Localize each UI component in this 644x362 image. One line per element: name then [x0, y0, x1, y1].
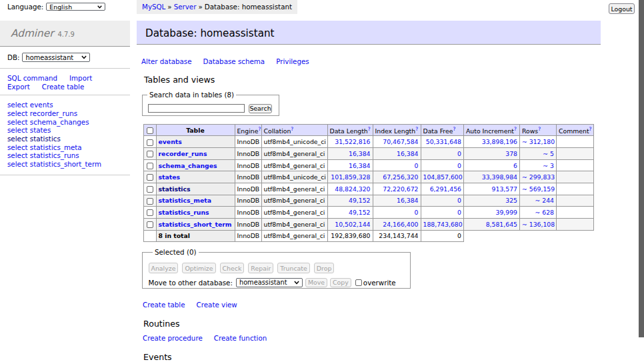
cell-data-length-link[interactable]: 49,152 — [349, 197, 371, 204]
cell-rows-link[interactable]: ~ 5 — [543, 150, 554, 157]
cell-auto-increment-link[interactable]: 39,999 — [495, 209, 517, 216]
create-table-link[interactable]: Create table — [143, 301, 185, 309]
cell-rows-link[interactable]: ~ 628 — [535, 209, 555, 216]
cell-auto-increment-link[interactable]: 378 — [505, 150, 517, 157]
table-link-schema-changes[interactable]: schema_changes — [159, 162, 217, 169]
cell-rows-link[interactable]: ~ 299,833 — [522, 173, 555, 181]
cell-data-length-link[interactable]: 48,824,320 — [335, 185, 370, 193]
copy-button[interactable]: Copy — [330, 278, 351, 287]
sidebar-import-link[interactable]: Import — [69, 74, 92, 82]
cell-data-length-link[interactable]: 16,384 — [349, 162, 371, 169]
alter-database-link[interactable]: Alter database — [141, 57, 192, 65]
cell-index-length-link[interactable]: 67,256,320 — [383, 173, 418, 181]
select-all-checkbox[interactable] — [147, 127, 153, 134]
move-button[interactable]: Move — [305, 278, 327, 287]
sidebar-sql-command-link[interactable]: SQL command — [7, 74, 57, 82]
cell-data-length-link[interactable]: 31,522,816 — [335, 138, 370, 145]
cell-data-free-link[interactable]: 6,291,456 — [430, 185, 461, 193]
help-icon[interactable]: ? — [368, 126, 371, 132]
cell-index-length-link[interactable]: 16,384 — [397, 150, 419, 157]
table-link-states[interactable]: states — [159, 173, 181, 181]
table-link-statistics[interactable]: statistics — [159, 185, 191, 193]
help-icon[interactable]: ? — [453, 126, 455, 132]
row-checkbox[interactable] — [147, 139, 153, 146]
database-schema-link[interactable]: Database schema — [203, 57, 265, 65]
row-checkbox[interactable] — [147, 151, 153, 157]
sidebar-item-select-statistics-short-term[interactable]: select statistics_short_term — [7, 160, 123, 169]
search-input[interactable] — [148, 104, 245, 113]
overwrite-checkbox[interactable] — [355, 279, 362, 286]
privileges-link[interactable]: Privileges — [276, 57, 309, 65]
cell-rows-link[interactable]: ~ 244 — [535, 197, 555, 204]
logout-button[interactable]: Logout — [609, 3, 635, 14]
cell-data-free-link[interactable]: 104,857,600 — [423, 173, 463, 181]
cell-index-length-link[interactable]: 24,166,400 — [383, 221, 418, 228]
table-link-events[interactable]: events — [159, 138, 182, 145]
move-database-select[interactable]: homeassistant — [236, 278, 303, 287]
cell-rows-link[interactable]: ~ 312,180 — [522, 138, 555, 145]
create-function-link[interactable]: Create function — [214, 334, 267, 342]
db-select[interactable]: homeassistant — [22, 53, 90, 62]
sidebar-create-table-link[interactable]: Create table — [42, 83, 85, 91]
cell-data-free-link[interactable]: 0 — [457, 197, 461, 204]
cell-data-free-link[interactable]: 188,743,680 — [423, 221, 463, 228]
cell-data-length-link[interactable]: 16,384 — [349, 150, 371, 157]
cell-index-length-link[interactable]: 72,220,672 — [383, 185, 418, 193]
table-link-statistics-meta[interactable]: statistics_meta — [159, 197, 211, 204]
cell-rows-link[interactable]: ~ 3 — [543, 162, 554, 169]
vertical-scrollbar-thumb[interactable] — [639, 0, 644, 337]
row-checkbox[interactable] — [147, 163, 153, 169]
sidebar-item-select-statistics-runs[interactable]: select statistics_runs — [7, 151, 123, 160]
table-link-recorder-runs[interactable]: recorder_runs — [159, 150, 207, 157]
sidebar-item-select-states[interactable]: select states — [7, 126, 123, 135]
sidebar-item-select-events[interactable]: select events — [7, 101, 123, 109]
help-icon[interactable]: ? — [514, 126, 517, 132]
table-link-statistics-runs[interactable]: statistics_runs — [159, 209, 209, 216]
cell-data-free-link[interactable]: 0 — [457, 209, 461, 216]
cell-auto-increment-link[interactable]: 33,898,196 — [482, 138, 517, 145]
sidebar-item-select-schema-changes[interactable]: select schema_changes — [7, 118, 123, 127]
cell-index-length-link[interactable]: 0 — [415, 209, 419, 216]
cell-auto-increment-link[interactable]: 33,398,984 — [482, 173, 517, 181]
row-checkbox[interactable] — [147, 186, 153, 193]
sidebar-item-select-statistics-meta[interactable]: select statistics_meta — [7, 143, 123, 152]
sidebar-item-select-recorder-runs[interactable]: select recorder_runs — [7, 109, 123, 118]
sidebar-export-link[interactable]: Export — [7, 83, 30, 91]
drop-button[interactable]: Drop — [314, 263, 335, 273]
row-checkbox[interactable] — [147, 174, 153, 181]
cell-data-free-link[interactable]: 0 — [457, 162, 461, 169]
cell-index-length-link[interactable]: 0 — [415, 162, 419, 169]
cell-auto-increment-link[interactable]: 325 — [505, 197, 517, 204]
create-view-link[interactable]: Create view — [197, 301, 237, 309]
help-icon[interactable]: ? — [589, 126, 592, 132]
cell-index-length-link[interactable]: 16,384 — [397, 197, 419, 204]
repair-button[interactable]: Repair — [248, 263, 273, 273]
cell-data-free-link[interactable]: 50,331,648 — [426, 138, 461, 145]
help-icon[interactable]: ? — [258, 126, 261, 132]
search-button[interactable]: Search — [249, 104, 272, 114]
help-icon[interactable]: ? — [538, 126, 541, 132]
analyze-button[interactable]: Analyze — [149, 263, 179, 273]
cell-auto-increment-link[interactable]: 6 — [513, 162, 517, 169]
cell-data-free-link[interactable]: 0 — [457, 150, 461, 157]
cell-data-length-link[interactable]: 101,859,328 — [331, 173, 370, 181]
row-checkbox[interactable] — [147, 198, 153, 205]
cell-data-length-link[interactable]: 10,502,144 — [335, 221, 370, 228]
truncate-button[interactable]: Truncate — [277, 263, 309, 273]
sidebar-item-select-statistics[interactable]: select statistics — [7, 135, 123, 143]
create-procedure-link[interactable]: Create procedure — [143, 334, 203, 342]
cell-auto-increment-link[interactable]: 913,577 — [492, 185, 517, 193]
cell-data-length-link[interactable]: 49,152 — [349, 209, 371, 216]
row-checkbox[interactable] — [147, 221, 153, 228]
cell-index-length-link[interactable]: 70,467,584 — [383, 138, 418, 145]
cell-auto-increment-link[interactable]: 8,581,645 — [486, 221, 517, 228]
help-icon[interactable]: ? — [415, 126, 418, 132]
table-link-statistics-short-term[interactable]: statistics_short_term — [159, 221, 232, 228]
cell-rows-link[interactable]: ~ 136,108 — [522, 221, 555, 228]
help-icon[interactable]: ? — [291, 126, 293, 132]
row-checkbox[interactable] — [147, 209, 153, 216]
optimize-button[interactable]: Optimize — [182, 263, 215, 273]
cell-rows-link[interactable]: ~ 569,159 — [522, 185, 555, 193]
adminer-logo-link[interactable]: Adminer — [11, 27, 53, 39]
check-button[interactable]: Check — [220, 263, 245, 273]
